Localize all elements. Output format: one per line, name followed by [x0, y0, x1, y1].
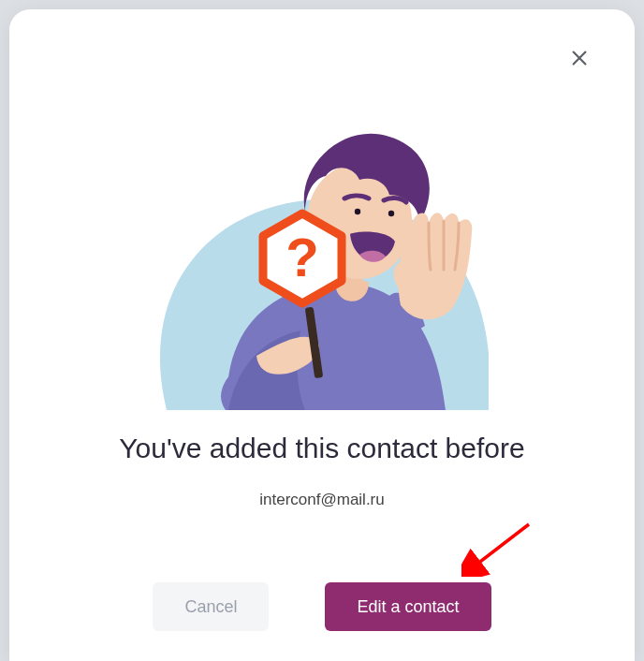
svg-point-3	[355, 209, 360, 214]
contact-email: interconf@mail.ru	[259, 491, 384, 509]
button-row: Cancel Edit a contact	[153, 582, 490, 631]
duplicate-contact-modal: ? You've added this contact before inter…	[9, 9, 635, 661]
cancel-button[interactable]: Cancel	[153, 582, 269, 631]
close-button[interactable]	[565, 45, 593, 73]
svg-text:?: ?	[285, 227, 318, 287]
edit-contact-button[interactable]: Edit a contact	[325, 582, 490, 631]
close-icon	[569, 48, 590, 71]
svg-point-4	[388, 211, 394, 216]
illustration: ?	[155, 129, 489, 410]
modal-title: You've added this contact before	[119, 433, 524, 464]
